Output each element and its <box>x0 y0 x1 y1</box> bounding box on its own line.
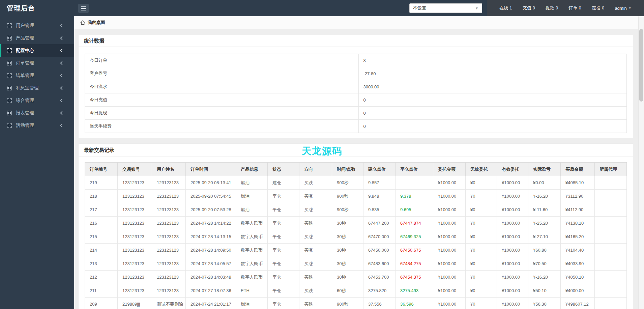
trade-balance: ¥4000.00 <box>561 284 595 298</box>
topbar-stat-link[interactable]: 充值0 <box>523 5 535 11</box>
topbar-stat-link[interactable]: 定投0 <box>592 5 604 11</box>
trade-open-price: 9.835 <box>363 203 396 217</box>
trades-column-header: 无效委托 <box>466 163 497 176</box>
stats-row: 当天手续费 0 <box>85 120 627 133</box>
trades-column-header: 产品信息 <box>236 163 268 176</box>
sidebar-item[interactable]: 用户管理 <box>0 19 74 32</box>
trade-amount: ¥1000.00 <box>433 230 466 244</box>
trade-invalid-amount: ¥0 <box>466 271 497 284</box>
topbar-stat-value: 0 <box>579 5 581 10</box>
topbar-stat-link[interactable]: 提款0 <box>546 5 558 11</box>
trade-row: 215 123123123 123123123 2024-07-28 14:13… <box>85 230 627 244</box>
trade-balance: ¥498607.12 <box>561 298 595 309</box>
trades-column-header: 平仓点位 <box>396 163 433 176</box>
sidebar-item[interactable]: 配置中心 <box>0 44 74 57</box>
trade-close-price: 67447.874 <box>396 217 433 230</box>
grid-icon <box>7 48 12 53</box>
trade-valid-amount: ¥1000.00 <box>497 203 528 217</box>
trade-valid-amount: ¥1000.00 <box>497 190 528 203</box>
trade-pnl: ¥70.50 <box>528 257 561 271</box>
trade-status: 平仓 <box>268 271 299 284</box>
chevron-left-icon <box>60 61 64 65</box>
trade-pnl: ¥-11.60 <box>528 203 561 217</box>
trade-balance: ¥4165.20 <box>561 230 595 244</box>
topbar-stat-label: 充值 <box>523 5 531 10</box>
trade-close-price <box>396 176 433 190</box>
trade-invalid-amount: ¥0 <box>466 230 497 244</box>
stats-row: 今日提现 0 <box>85 107 627 120</box>
trade-agent <box>595 230 627 244</box>
watermark-text: 天龙源码 <box>302 145 342 158</box>
topbar-stat-link[interactable]: 在线1 <box>499 5 512 11</box>
sidebar-toggle-button[interactable] <box>78 4 89 13</box>
trades-column-header: 时间/点数 <box>332 163 363 176</box>
trade-status: 平仓 <box>268 190 299 203</box>
sidebar-item-label: 用户管理 <box>16 23 61 29</box>
trades-panel-title: 最新交易记录 <box>79 144 633 157</box>
username: admin <box>615 6 626 11</box>
trade-agent <box>595 257 627 271</box>
topbar-stat-value: 0 <box>533 5 535 10</box>
trade-username: 123123123 <box>152 203 186 217</box>
sidebar-item[interactable]: 报表管理 <box>0 107 74 119</box>
stats-panel: 统计数据 今日订单 3 客户盈亏 -27.80 <box>79 35 633 138</box>
trade-username: 123123123 <box>152 176 186 190</box>
trade-valid-amount: ¥1000.00 <box>497 257 528 271</box>
trades-column-header: 所属代理 <box>595 163 627 176</box>
filter-select[interactable]: 不设置 ▼ <box>409 3 482 13</box>
trade-status: 平仓 <box>268 298 299 309</box>
trade-amount: ¥1000.00 <box>433 217 466 230</box>
trade-valid-amount: ¥1000.00 <box>497 284 528 298</box>
trade-order-no: 214 <box>85 244 118 257</box>
trade-duration: 30秒 <box>332 230 363 244</box>
chevron-left-icon <box>60 36 64 40</box>
sidebar-item[interactable]: 活动管理 <box>0 119 74 132</box>
stats-panel-body: 今日订单 3 客户盈亏 -27.80 今日流水 3000.00 <box>79 47 633 138</box>
trade-invalid-amount: ¥0 <box>466 203 497 217</box>
sidebar-item[interactable]: 订单管理 <box>0 57 74 69</box>
chevron-down-icon: ▼ <box>475 6 478 10</box>
trade-agent <box>595 244 627 257</box>
sidebar-item[interactable]: 利息宝管理 <box>0 82 74 94</box>
topbar: 不设置 ▼ 在线1 充值0 提款0 订单0 定投0 admin ▼ <box>74 0 644 16</box>
trade-valid-amount: ¥1000.00 <box>497 298 528 309</box>
trade-valid-amount: ¥1000.00 <box>497 271 528 284</box>
trade-username: 测试不要删除 <box>152 298 186 309</box>
topbar-stat-link[interactable]: 订单0 <box>569 5 581 11</box>
main-content: 统计数据 今日订单 3 客户盈亏 -27.80 <box>74 29 644 309</box>
trade-account: 123123123 <box>118 244 152 257</box>
user-menu[interactable]: admin ▼ <box>615 6 631 11</box>
trades-header-row: 订单编号交易账号用户姓名订单时间产品信息状态方向时间/点数建仓点位平仓点位委托金… <box>85 163 627 176</box>
trade-open-price: 3275.820 <box>363 284 396 298</box>
scrollbar-thumb[interactable] <box>639 29 643 102</box>
trade-close-price: 36.596 <box>396 298 433 309</box>
sidebar-item-label: 产品管理 <box>16 35 61 41</box>
topbar-stat-label: 在线 <box>499 5 508 10</box>
sidebar-item[interactable]: 产品管理 <box>0 32 74 44</box>
trade-status: 平仓 <box>268 217 299 230</box>
breadcrumb[interactable]: 我的桌面 <box>80 20 105 26</box>
trade-duration: 900秒 <box>332 298 363 309</box>
trade-amount: ¥1000.00 <box>433 203 466 217</box>
grid-icon <box>7 98 12 103</box>
trade-close-price: 3275.493 <box>396 284 433 298</box>
trade-pnl: ¥60.80 <box>528 244 561 257</box>
trade-amount: ¥1000.00 <box>433 284 466 298</box>
trade-valid-amount: ¥1000.00 <box>497 244 528 257</box>
trade-account: 123123123 <box>118 284 152 298</box>
trade-username: 123123123 <box>152 190 186 203</box>
sidebar-item[interactable]: 错单管理 <box>0 69 74 82</box>
trades-column-header: 订单时间 <box>186 163 236 176</box>
trade-duration: 900秒 <box>332 176 363 190</box>
stats-row-label: 当天手续费 <box>85 120 359 133</box>
trade-pnl: ¥-16.20 <box>528 271 561 284</box>
trade-balance: ¥4033.90 <box>561 257 595 271</box>
trade-balance: ¥3112.90 <box>561 190 595 203</box>
trade-order-no: 219 <box>85 176 118 190</box>
sidebar-item[interactable]: 综合管理 <box>0 94 74 107</box>
trade-product: 数字人民币 <box>236 271 268 284</box>
trade-agent <box>595 284 627 298</box>
trade-close-price: 9.378 <box>396 190 433 203</box>
chevron-left-icon <box>60 111 64 115</box>
trade-order-no: 217 <box>85 203 118 217</box>
